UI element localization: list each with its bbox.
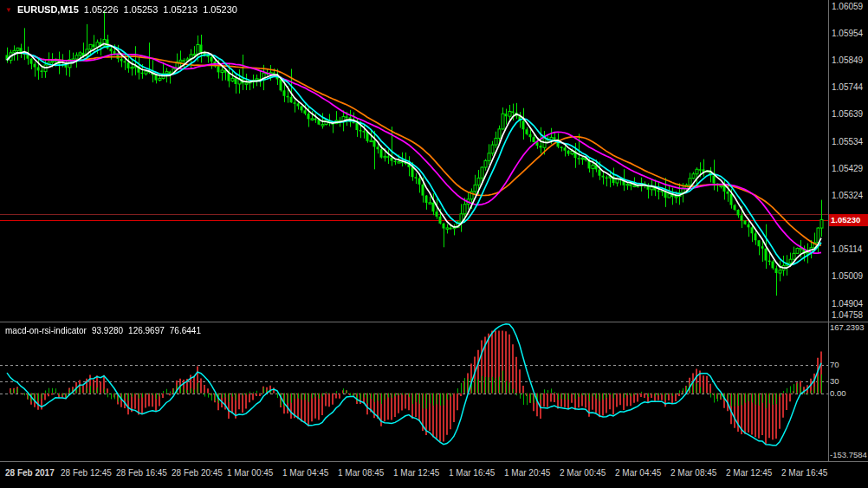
- indicator-axis-label: 30: [830, 376, 839, 387]
- time-axis-label: 28 Feb 20:45: [172, 468, 223, 478]
- time-axis-label: 28 Feb 2017: [5, 468, 55, 478]
- price-axis-label: 1.05534: [832, 137, 863, 147]
- time-axis-label: 1 Mar 00:45: [227, 468, 273, 478]
- time-axis-label: 1 Mar 08:45: [338, 468, 384, 478]
- indicator-chart-canvas[interactable]: [0, 322, 828, 461]
- indicator-value-1: 93.9280: [92, 326, 123, 335]
- time-axis-label: 2 Mar 04:45: [615, 468, 661, 478]
- indicator-axis-label: 0.00: [830, 388, 846, 399]
- time-axis[interactable]: 28 Feb 201728 Feb 12:4528 Feb 16:4528 Fe…: [0, 462, 868, 488]
- indicator-axis-label: 70: [830, 360, 839, 370]
- indicator-pane[interactable]: macd-on-rsi-indicator 93.9280 126.9697 7…: [0, 322, 828, 461]
- ohlc-open-value: 1.05226: [84, 4, 119, 15]
- indicator-axis-label: -153.7584: [830, 450, 867, 460]
- indicator-name-label: macd-on-rsi-indicator: [5, 326, 87, 335]
- time-axis-label: 2 Mar 00:45: [560, 468, 606, 478]
- current-price-value: 1.05230: [831, 215, 860, 224]
- indicator-axis[interactable]: 167.239370300.00-153.7584: [828, 322, 868, 461]
- price-axis-label: 1.06059: [832, 2, 863, 12]
- price-axis-label: 1.05849: [832, 55, 863, 66]
- ohlc-low-value: 1.05213: [163, 4, 198, 15]
- time-axis-label: 1 Mar 16:45: [449, 468, 495, 478]
- ohlc-close-value: 1.05230: [203, 4, 237, 15]
- time-axis-label: 28 Feb 12:45: [61, 468, 112, 478]
- chart-legend: ▼ EURUSD,M15 1.05226 1.05253 1.05213 1.0…: [5, 4, 237, 15]
- symbol-marker-icon: ▼: [5, 5, 12, 15]
- symbol-timeframe-label: EURUSD,M15: [17, 4, 79, 15]
- price-axis[interactable]: 1.05230 1.060591.059541.058491.057441.05…: [828, 0, 868, 322]
- mt4-chart-window: ▼ EURUSD,M15 1.05226 1.05253 1.05213 1.0…: [0, 0, 868, 488]
- main-chart-pane[interactable]: ▼ EURUSD,M15 1.05226 1.05253 1.05213 1.0…: [0, 0, 828, 322]
- price-axis-label: 1.05639: [832, 109, 863, 120]
- indicator-axis-label: 167.2393: [830, 322, 865, 333]
- indicator-legend: macd-on-rsi-indicator 93.9280 126.9697 7…: [5, 326, 201, 335]
- main-chart-row: ▼ EURUSD,M15 1.05226 1.05253 1.05213 1.0…: [0, 0, 868, 322]
- price-axis-label: 1.05324: [832, 191, 863, 201]
- time-axis-label: 1 Mar 04:45: [282, 468, 328, 478]
- time-axis-label: 2 Mar 08:45: [670, 468, 716, 478]
- indicator-value-2: 126.9697: [128, 326, 165, 335]
- current-price-tag: 1.05230: [829, 214, 868, 226]
- price-axis-label: 1.04758: [832, 310, 863, 321]
- ohlc-high-value: 1.05253: [124, 4, 159, 15]
- price-axis-label: 1.04904: [832, 299, 863, 309]
- time-axis-label: 28 Feb 16:45: [116, 468, 167, 478]
- indicator-row: macd-on-rsi-indicator 93.9280 126.9697 7…: [0, 322, 868, 461]
- price-axis-label: 1.05114: [832, 244, 862, 255]
- time-axis-label: 1 Mar 20:45: [504, 468, 550, 478]
- time-axis-label: 2 Mar 16:45: [781, 468, 827, 478]
- time-axis-label: 2 Mar 12:45: [726, 468, 772, 478]
- price-axis-label: 1.05744: [832, 82, 863, 93]
- time-axis-label: 1 Mar 12:45: [393, 468, 439, 478]
- candlestick-chart-canvas[interactable]: [0, 0, 828, 322]
- price-axis-label: 1.05429: [832, 164, 863, 174]
- price-axis-label: 1.05009: [832, 271, 863, 282]
- indicator-value-3: 76.6441: [170, 326, 201, 335]
- price-axis-label: 1.05954: [832, 29, 863, 39]
